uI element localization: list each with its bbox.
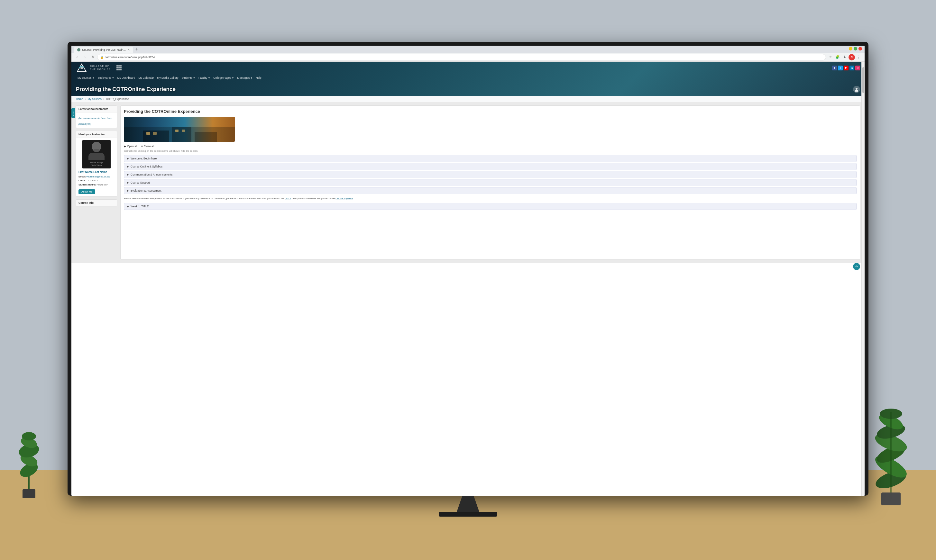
scrollbar-thumb[interactable]	[862, 67, 864, 93]
toolbar-row: ▶ Open all ♥ Close all	[124, 145, 857, 148]
section-arrow-icon: ▶	[127, 173, 129, 176]
page-hero: Providing the COTROnline Experience	[71, 82, 865, 96]
scrollbar[interactable]	[861, 62, 865, 496]
section-welcome[interactable]: ▶ Welcome: Begin here	[124, 155, 857, 162]
nav-college-pages[interactable]: College Pages ▼	[212, 75, 236, 80]
reload-button[interactable]: ↻	[89, 54, 96, 60]
tab-close-btn[interactable]: ✕	[127, 48, 130, 51]
section-outline[interactable]: ▶ Course Outline & Syllabus	[124, 163, 857, 170]
section-week1-label: Week 1: TITLE	[131, 205, 149, 208]
chrome-profile-button[interactable]: C	[848, 54, 855, 60]
svg-rect-22	[146, 132, 150, 135]
active-tab[interactable]: Course: Providing the COTROin... ✕	[74, 47, 133, 53]
nav-help[interactable]: Help	[254, 75, 263, 80]
svg-rect-23	[153, 132, 157, 135]
forward-button[interactable]: ›	[82, 54, 88, 60]
tab-title: Course: Providing the COTROin...	[82, 48, 126, 51]
nav-my-calendar[interactable]: My Calendar	[137, 75, 155, 80]
breadcrumb-my-courses[interactable]: My courses	[88, 97, 101, 101]
maximize-button[interactable]	[854, 47, 857, 51]
header-top-bar: COLLEGE OF THE ROCKIES	[71, 62, 865, 74]
building-svg	[140, 126, 221, 142]
instructor-body: Profile Image 500x500px First Name Last …	[76, 138, 117, 197]
img-label: Profile Image 500x500px	[90, 162, 103, 167]
side-tab[interactable]: EDIT	[71, 108, 75, 118]
facebook-icon[interactable]: f	[832, 66, 837, 71]
sections-list: ▶ Welcome: Begin here ▶ Course Outline &…	[124, 155, 857, 194]
instructor-office: COTR123	[87, 179, 98, 182]
apps-grid-icon[interactable]	[116, 65, 122, 71]
nav-my-courses[interactable]: My courses ▼	[76, 75, 96, 80]
breadcrumb-current: COTR_Experience	[106, 97, 129, 101]
browser-actions: ☆ 🧩 ⬇ C ⋮	[827, 54, 862, 60]
nav-media-gallery[interactable]: My Media Gallery	[155, 75, 180, 80]
section-outline-label: Course Outline & Syllabus	[131, 165, 162, 168]
course-info-title: Course Info	[76, 200, 117, 206]
minimize-button[interactable]	[849, 47, 853, 51]
section-evaluation-label: Evaluation & Assessment	[131, 189, 162, 192]
main-nav: My courses ▼ Bookmarks ▼ My Dashboard My…	[71, 74, 865, 82]
nav-my-dashboard[interactable]: My Dashboard	[116, 75, 137, 80]
section-communication-label: Communication & Announcements	[131, 173, 173, 176]
about-me-button[interactable]: About Me	[79, 189, 95, 194]
instructor-email[interactable]: youremail@cotr.bc.ca	[86, 175, 109, 178]
chevron-icon: ▼	[208, 77, 210, 79]
announcements-text: (No announcements have been posted yet.)	[79, 117, 112, 125]
cotr-logo	[76, 63, 88, 72]
content-title: Providing the COTROnline Experience	[124, 109, 857, 114]
youtube-icon[interactable]: ▶	[844, 66, 848, 71]
section-support[interactable]: ▶ Course Support	[124, 179, 857, 186]
new-tab-button[interactable]: +	[133, 46, 140, 53]
announcements-body: (No announcements have been posted yet.)	[76, 112, 117, 128]
section-welcome-label: Welcome: Begin here	[131, 157, 157, 160]
section-evaluation[interactable]: ▶ Evaluation & Assessment	[124, 187, 857, 194]
heart-icon: ♥	[141, 145, 143, 148]
logo-area: COLLEGE OF THE ROCKIES	[76, 63, 122, 72]
address-bar[interactable]: 🔒 cotronline.ca/course/view.php?id=9754	[97, 54, 826, 60]
open-all-button[interactable]: ▶ Open all	[124, 145, 137, 148]
svg-point-18	[855, 90, 858, 92]
downloads-button[interactable]: ⬇	[842, 54, 848, 60]
svg-rect-7	[881, 492, 901, 505]
avatar-body	[88, 153, 105, 160]
tab-bar: Course: Providing the COTROin... ✕ +	[71, 46, 865, 53]
section-communication[interactable]: ▶ Communication & Announcements	[124, 171, 857, 178]
lock-icon: 🔒	[100, 55, 103, 59]
section-support-label: Course Support	[131, 181, 150, 184]
nav-bookmarks[interactable]: Bookmarks ▼	[96, 75, 116, 80]
main-content-area: Providing the COTROnline Experience	[120, 105, 860, 260]
close-button[interactable]	[859, 47, 862, 51]
section-arrow-icon: ▶	[127, 157, 129, 160]
bookmark-button[interactable]: ☆	[827, 54, 834, 60]
instagram-icon[interactable]: ◎	[855, 66, 860, 71]
linkedin-icon[interactable]: in	[850, 66, 854, 71]
hours-label: Student Hours:	[79, 183, 96, 186]
chevron-icon: ▼	[92, 77, 94, 79]
section-week1[interactable]: ▶ Week 1: TITLE	[124, 203, 857, 210]
close-all-button[interactable]: ♥ Close all	[141, 145, 154, 148]
syllabus-link[interactable]: Course Syllabus	[336, 197, 353, 200]
svg-rect-21	[194, 132, 217, 142]
qa-link[interactable]: Q & A	[285, 197, 291, 200]
url-text: cotronline.ca/course/view.php?id=9754	[105, 55, 155, 59]
twitter-icon[interactable]: t	[838, 66, 843, 71]
instructor-image: Profile Image 500x500px	[82, 140, 111, 168]
email-label: Email:	[79, 175, 86, 178]
back-button[interactable]: ‹	[74, 54, 80, 60]
office-label: Office:	[79, 179, 86, 182]
user-avatar[interactable]	[853, 86, 860, 93]
breadcrumb-home[interactable]: Home	[76, 97, 83, 101]
svg-point-17	[856, 88, 857, 90]
nav-students[interactable]: Students ▼	[180, 75, 197, 80]
site-content-area[interactable]: COLLEGE OF THE ROCKIES	[71, 62, 865, 496]
nav-faculty[interactable]: Faculty ▼	[197, 75, 212, 80]
scroll-to-top-button[interactable]	[853, 263, 860, 270]
instructor-title: Meet your Instructor	[76, 131, 117, 138]
breadcrumb-sep-2: ›	[103, 97, 104, 101]
nav-messages[interactable]: Messages ▼	[236, 75, 254, 80]
chrome-menu-button[interactable]: ⋮	[856, 54, 862, 60]
svg-rect-25	[182, 129, 185, 132]
extensions-button[interactable]: 🧩	[834, 54, 841, 60]
breadcrumb-sep-1: ›	[85, 97, 86, 101]
announcements-title: Latest announcements	[76, 106, 117, 112]
